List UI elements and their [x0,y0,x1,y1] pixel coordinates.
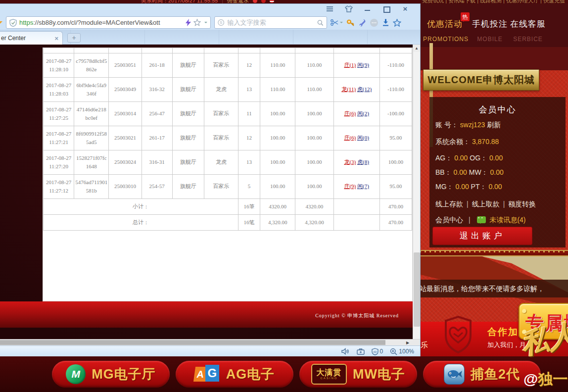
more-options-icon[interactable] [370,18,379,27]
address-bar[interactable]: https://sb88y.com/cl/?module=MACenterVie… [6,16,211,29]
cell-result[interactable]: 庄(1) 闲(9) [333,53,379,77]
search-icon[interactable] [317,19,324,26]
cell-hall: 旗舰厅 [172,174,204,198]
commission-link[interactable]: 佣金返水 [227,0,249,3]
wallet-row-1: AG： 0.00 OG： 0.00 [435,154,503,163]
browser-titlebar[interactable]: × [0,4,420,15]
search-box[interactable]: S [214,16,327,29]
tab-member-center[interactable]: er Center × [0,31,63,45]
svg-text:AD: AD [373,350,377,353]
search-input[interactable] [227,19,314,26]
horizontal-scroll-thumb[interactable] [0,340,385,345]
scroll-right-icon[interactable]: ▶ [404,340,412,345]
cell-result[interactable]: 龙(11) 虎(12) [333,77,379,101]
cell-betno[interactable]: 25003051 [109,53,142,77]
cell-game: 百家乐 [204,126,238,150]
toolbox-icon[interactable] [357,348,365,355]
nav-promotions[interactable]: 优惠活动 PROMOTIONS [423,18,467,43]
download-icon[interactable] [382,19,389,27]
mute-speaker-icon[interactable] [341,348,350,355]
cell-result[interactable]: 庄(6) 闲(2) [333,101,379,126]
skin-icon[interactable] [345,5,353,12]
cell-betno[interactable]: 25003014 [109,101,142,126]
cell-tableno: 256-47 [142,101,172,126]
unread-messages-link[interactable]: 未读讯息(4) [489,216,525,224]
cell-betno[interactable]: 25003024 [109,150,142,174]
cell-valid: 100.00 [295,150,333,174]
money-links-row: 线上存款|线上取款|额度转换 [435,200,536,209]
flag-hk-icon[interactable] [261,0,266,3]
cell-betno[interactable]: 25003049 [109,77,142,101]
cell-hash: 6bf9de4c5fa9346f [74,77,109,101]
copyright-text: Copyright © 申博太阳城 Reserved [315,312,399,319]
browser-toolbar: https://sb88y.com/cl/?module=MACenterVie… [0,15,420,30]
member-title: 会员中心 [429,104,566,115]
welcome-banner: WELCOME申博太阳城 [423,69,539,91]
cell-tableno: 261-17 [142,126,172,150]
refresh-link[interactable]: 刷新 [487,121,501,129]
lightning-icon[interactable] [186,19,191,26]
password-key-icon[interactable] [346,19,355,27]
zoom-control[interactable]: 100% [390,348,414,355]
hot-badge: 热 [461,12,470,21]
table-row: 2017-08-27 11:27:218f6909912f585ad525003… [44,126,412,150]
cell-result[interactable]: 庄(9) 闲(7) [333,174,379,198]
url-dropdown-icon[interactable] [204,22,207,25]
total-label: 总计： [44,214,238,230]
news-ticker: 站最新消息，给您带来不便请多多谅解， [420,280,568,297]
cell-betno[interactable]: 25003021 [109,126,142,150]
cell-tableno: 316-31 [142,150,172,174]
cell-hash: 8f6909912f585ad5 [74,126,109,150]
deposit-link[interactable]: 线上存款 [435,200,463,208]
bet-table: 2017-08-27 11:28:10c79578d8cbf5862e25003… [43,48,412,231]
tools-wrench-icon[interactable] [358,19,366,27]
ad-count: 0 [380,348,383,355]
vertical-scrollbar[interactable]: ▲ [413,45,420,339]
cell-game: 龙虎 [204,150,238,174]
flag-us-icon[interactable] [270,0,274,3]
bet-table-body: 2017-08-27 11:28:10c79578d8cbf5862e25003… [44,48,412,198]
cell-tableno: 254-57 [142,174,172,198]
minimize-button[interactable] [364,5,372,12]
top-links[interactable]: 免费试玩 | 资讯端下载 | 线路检测 | 优惠办理大厅 | 快速充值 [422,0,565,3]
vertical-scroll-thumb[interactable] [414,252,420,327]
url-text[interactable]: https://sb88y.com/cl/?module=MACenterVie… [19,19,183,26]
nav-service[interactable]: 在线客服 SERBICE [508,18,548,43]
tab-close-icon[interactable]: × [54,35,58,42]
cell-result[interactable]: 庄(6) 闲(0) [333,126,379,150]
game-bar: M MG电子厅 AG AG电子 大满贯 CASINO MW电子 [0,356,568,392]
member-center-link[interactable]: 会员中心 [435,216,463,224]
cell-valid: 100.00 [295,126,333,150]
maximize-button[interactable] [382,5,390,12]
back-dropdown-icon[interactable] [0,21,2,26]
logout-button[interactable]: 退出账户 [432,227,532,245]
scissors-dropdown-icon[interactable] [340,22,343,25]
nav-mobile[interactable]: 手机投注 MOBILE [470,18,510,43]
cell-hash: c79578d8cbf5862e [74,53,109,77]
bookmark-star-icon[interactable] [393,19,401,27]
cell-result[interactable]: 龙(3) 虎(8) [333,150,379,174]
transfer-link[interactable]: 额度转换 [508,200,536,208]
zoom-level: 100% [399,348,414,355]
horizontal-scrollbar[interactable]: ▶ [0,339,420,345]
game-mg-button[interactable]: M MG电子厅 [52,361,170,388]
flag-cn-icon[interactable] [253,0,257,3]
cell-betno[interactable]: 25003010 [109,174,142,198]
cell-hall: 旗舰厅 [172,126,204,150]
browser-menu-icon[interactable] [326,5,334,12]
member-center-panel: 会员中心 账 号： swzj123 刷新 系统余额： 3,870.88 AG： … [429,97,566,247]
close-button[interactable]: × [401,5,409,12]
fish-logo-icon [444,364,465,385]
cell-winloss: 100.00 [379,150,412,174]
game-ag-button[interactable]: AG AG电子 [176,361,293,388]
zoom-magnifier-icon [390,348,397,355]
favorite-star-icon[interactable] [193,19,201,26]
new-tab-button[interactable]: + [67,33,81,43]
ad-block-counter[interactable]: AD 0 [372,348,383,355]
game-mw-button[interactable]: 大满贯 CASINO MW电子 [299,361,417,388]
scroll-up-icon[interactable]: ▲ [413,45,420,52]
total-bet: 4,320.00 [260,214,295,230]
withdraw-link[interactable]: 线上取款 [472,200,500,208]
mg-logo-icon: M [66,364,86,384]
screenshot-scissors-icon[interactable] [331,19,343,26]
